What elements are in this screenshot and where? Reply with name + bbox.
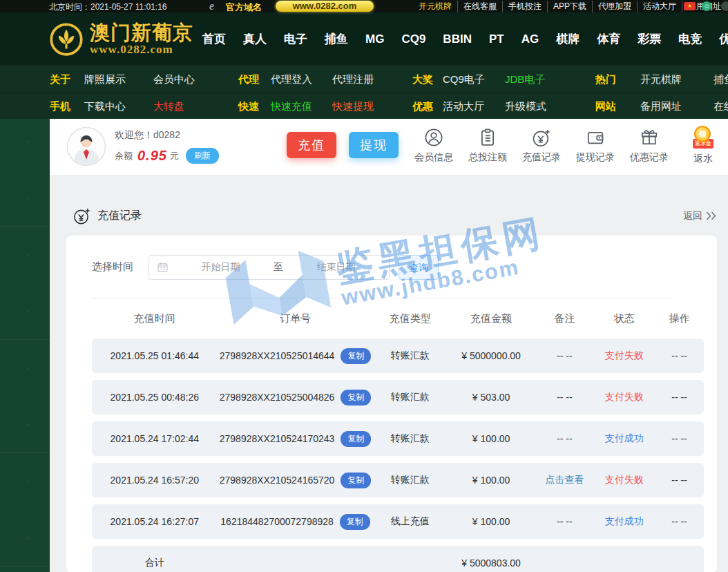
sub-nav-item[interactable]: 备用网址	[640, 100, 713, 113]
service-round-icon[interactable]: ☺	[702, 1, 711, 11]
sub-nav-item[interactable]: 热门	[595, 73, 640, 86]
main-menu-item[interactable]: 捕鱼	[325, 31, 348, 47]
main-menu-item[interactable]: 真人	[243, 31, 267, 47]
copy-button[interactable]: 复制	[340, 514, 370, 530]
official-domain-pill[interactable]: www.0282.com	[276, 1, 374, 12]
edge-round-icon[interactable]	[721, 1, 728, 11]
top-link[interactable]: 开元棋牌	[413, 1, 457, 12]
sub-nav-item[interactable]: 代理登入	[271, 73, 332, 86]
cell-note: 点击查看	[535, 474, 593, 486]
copy-button[interactable]: 复制	[341, 473, 371, 488]
sub-nav-item[interactable]: 优惠	[412, 100, 443, 113]
deposit-button[interactable]: 充值	[287, 132, 336, 158]
main-menu-item[interactable]: CQ9	[401, 32, 425, 46]
main-menu-item[interactable]: 彩票	[638, 31, 661, 47]
balance-value: 0.95	[137, 148, 167, 164]
sub-nav-item[interactable]: JDB电子	[505, 73, 595, 86]
cell-status: 支付失败	[593, 474, 655, 486]
date-to-label: 至	[274, 261, 283, 274]
cell-note: -- --	[535, 433, 593, 444]
quick-total-bets[interactable]: 总投注额	[463, 127, 513, 165]
quick-promo-record[interactable]: 优惠记录	[624, 127, 674, 165]
sub-nav-item[interactable]: 代理	[238, 73, 271, 86]
sub-nav-item[interactable]: 代理注册	[332, 73, 412, 86]
main-menu-item[interactable]: 棋牌	[556, 31, 579, 47]
main-menu-item[interactable]: AG	[521, 32, 539, 46]
quick-member-info[interactable]: 会员信息	[409, 127, 459, 165]
china-flag-icon[interactable]: ★	[684, 2, 696, 10]
note-text[interactable]: 点击查看	[545, 474, 584, 485]
cell-status: 支付成功	[593, 515, 655, 528]
page-title: 充值记录	[97, 209, 142, 223]
sub-nav-item[interactable]: 快速充值	[271, 100, 332, 113]
back-link[interactable]: 返回	[683, 210, 717, 222]
copy-button[interactable]: 复制	[341, 390, 371, 406]
calendar-icon	[157, 262, 168, 272]
main-menu-item[interactable]: BBIN	[443, 32, 472, 46]
bet-record-icon	[477, 127, 498, 148]
cell-time: 2021.05.24 17:02:44	[92, 433, 218, 444]
cell-status: 支付失败	[593, 350, 655, 362]
cell-type: 转账汇款	[374, 474, 447, 486]
quick-withdraw-record[interactable]: 提现记录	[571, 127, 620, 165]
sub-nav-item[interactable]: 快速	[238, 100, 271, 113]
cell-order: 2798928XX210524170243 复制	[218, 431, 374, 447]
search-button[interactable]: 查询	[399, 255, 439, 280]
top-link[interactable]: 手机投注	[502, 1, 547, 12]
main-menu-item[interactable]: 体育	[597, 31, 620, 47]
order-number: 2798928XX210525014644	[220, 350, 335, 361]
main-menu-item[interactable]: PT	[489, 32, 504, 46]
cell-amount: ¥ 503.00	[447, 392, 535, 403]
deposit-record-icon	[531, 127, 552, 148]
top-link[interactable]: 活动大厅	[637, 1, 682, 12]
beijing-time: 北京时间：2021-05-27 11:01:16	[49, 1, 167, 13]
cell-time: 2021.05.24 16:27:07	[92, 516, 218, 527]
top-utility-bar: 北京时间：2021-05-27 11:01:16 e 官方域名 www.0282…	[0, 0, 728, 12]
sub-nav-item[interactable]: 大转盘	[153, 100, 238, 113]
withdraw-record-icon	[585, 127, 606, 148]
quick-rebate[interactable]: 领 返水金 返水	[678, 127, 728, 165]
sub-nav-item[interactable]: 牌照展示	[84, 73, 153, 86]
top-link[interactable]: 在线客服	[457, 1, 502, 12]
main-menu-item[interactable]: 首页	[202, 31, 226, 47]
sub-nav-item[interactable]: 大奖	[412, 73, 443, 86]
sub-nav-item[interactable]: 捕鱼达人	[713, 73, 728, 86]
main-menu-item[interactable]: 电子	[284, 31, 307, 47]
sub-nav-item[interactable]: 快速提现	[332, 100, 412, 113]
sub-nav-item[interactable]: 下载中心	[84, 100, 153, 113]
total-label: 合计	[92, 557, 218, 569]
sub-nav-item[interactable]: 手机	[50, 100, 84, 113]
sub-nav-item[interactable]: 在线客服	[713, 100, 728, 113]
balance-unit: 元	[170, 150, 179, 162]
sub-nav-item[interactable]: 关于	[50, 73, 84, 86]
sub-nav-item[interactable]: 活动大厅	[443, 100, 505, 113]
main-menu-item[interactable]: 优惠	[719, 31, 728, 47]
top-link[interactable]: 代理加盟	[592, 1, 637, 12]
sub-nav-item[interactable]: 开元棋牌	[640, 73, 713, 86]
withdraw-button[interactable]: 提现	[349, 132, 399, 158]
col-header-status: 状态	[593, 312, 655, 325]
sub-nav-item[interactable]: 会员中心	[153, 73, 238, 86]
start-date-placeholder[interactable]: 开始日期	[168, 261, 274, 274]
col-header-note: 备注	[535, 312, 593, 325]
end-date-placeholder[interactable]: 结束日期	[283, 261, 389, 274]
main-menu-item[interactable]: MG	[365, 32, 384, 46]
brand[interactable]: 澳门新葡京 www.0282.com	[0, 22, 193, 56]
cell-order: 2798928XX210525014644 复制	[218, 348, 374, 364]
sub-nav-item[interactable]: 网站	[595, 100, 640, 113]
cell-status: 支付成功	[593, 432, 655, 445]
date-range-input[interactable]: 开始日期 至 结束日期	[149, 255, 390, 280]
cell-order: 2798928XX210524165720 复制	[218, 473, 374, 488]
copy-button[interactable]: 复制	[341, 431, 371, 447]
main-menu-item[interactable]: 电竞	[678, 31, 702, 47]
cell-action: -- --	[655, 433, 704, 444]
user-bar: 欢迎您！d0282 余额 0.95 元 刷新 充值 提现 会员信息	[50, 119, 728, 175]
total-amount: ¥ 5000803.00	[447, 557, 535, 569]
sub-nav-item[interactable]: 升级模式	[505, 100, 595, 113]
refresh-button[interactable]: 刷新	[186, 148, 219, 164]
copy-button[interactable]: 复制	[341, 348, 371, 364]
quick-deposit-record[interactable]: 充值记录	[517, 127, 566, 165]
top-link[interactable]: APP下载	[547, 1, 592, 12]
col-header-amount: 充值金额	[447, 312, 535, 325]
sub-nav-item[interactable]: CQ9电子	[443, 73, 505, 86]
